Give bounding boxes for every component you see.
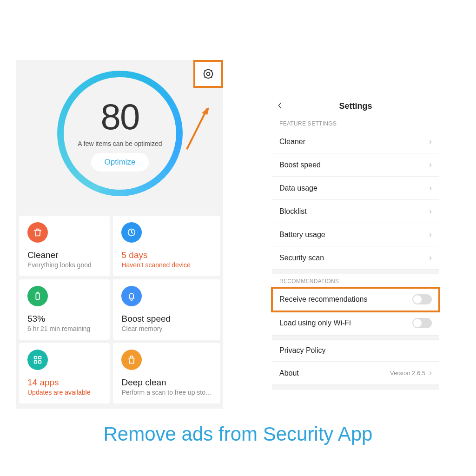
feature-cards-grid: CleanerEverything looks good5 daysHaven'… <box>16 216 223 403</box>
chevron-right-icon: › <box>429 160 432 170</box>
chevron-right-icon: › <box>429 368 432 378</box>
card-title: 53% <box>27 314 101 324</box>
scan-icon <box>121 222 142 243</box>
bell-icon <box>121 286 142 306</box>
card-subtitle: Updates are available <box>27 389 101 396</box>
chevron-right-icon: › <box>429 183 432 193</box>
chevron-right-icon: › <box>429 137 432 146</box>
svg-marker-3 <box>202 107 209 115</box>
gear-icon <box>202 68 214 80</box>
settings-title: Settings <box>277 101 435 111</box>
settings-row-label: Boost speed <box>279 161 321 169</box>
about-version: Version 2.6.5 <box>390 370 425 377</box>
feature-card[interactable]: 5 daysHaven't scanned device <box>113 216 220 276</box>
feature-card[interactable]: CleanerEverything looks good <box>19 216 110 276</box>
section-divider <box>272 385 439 390</box>
security-app-screen: 80 A few items can be optimized Optimize… <box>16 60 223 409</box>
section-divider <box>272 335 439 340</box>
settings-header: Settings <box>272 98 439 117</box>
grid-icon <box>27 350 48 370</box>
settings-row-label: Battery usage <box>279 231 325 239</box>
optimize-button[interactable]: Optimize <box>91 153 148 172</box>
card-subtitle: Clear memory <box>121 325 212 332</box>
card-subtitle: 6 hr 21 min remaining <box>27 325 101 332</box>
annotation-arrow-icon <box>181 102 214 153</box>
settings-row[interactable]: Blocklist› <box>272 200 439 223</box>
svg-rect-5 <box>36 293 39 300</box>
settings-screen: Settings FEATURE SETTINGS Cleaner›Boost … <box>272 98 439 390</box>
section-divider <box>272 270 439 274</box>
feature-card[interactable]: 14 appsUpdates are available <box>19 343 110 403</box>
svg-rect-8 <box>34 361 37 364</box>
settings-row[interactable]: Data usage› <box>272 177 439 200</box>
about-row[interactable]: About Version 2.6.5 › <box>272 362 439 385</box>
card-subtitle: Haven't scanned device <box>121 261 212 269</box>
settings-row[interactable]: Battery usage› <box>272 223 439 246</box>
section-label-feature: FEATURE SETTINGS <box>272 117 439 130</box>
settings-row-label: Receive recommendations <box>279 295 367 304</box>
svg-rect-7 <box>39 357 41 359</box>
privacy-policy-row[interactable]: Privacy Policy <box>272 340 439 362</box>
feature-card[interactable]: 53%6 hr 21 min remaining <box>19 279 110 340</box>
settings-row[interactable]: Cleaner› <box>272 130 439 153</box>
toggle-switch[interactable] <box>412 294 432 304</box>
settings-row-label: Security scan <box>279 254 324 262</box>
chevron-right-icon: › <box>429 206 432 216</box>
settings-toggle-row[interactable]: Load using only Wi-Fi <box>272 311 439 335</box>
about-label: About <box>279 369 299 377</box>
score-ring: 80 A few items can be optimized Optimize <box>57 71 183 196</box>
card-subtitle: Everything looks good <box>27 261 101 269</box>
svg-rect-9 <box>39 361 41 364</box>
svg-rect-6 <box>34 357 37 359</box>
chevron-right-icon: › <box>429 253 432 263</box>
score-panel: 80 A few items can be optimized Optimize <box>16 60 223 216</box>
svg-point-0 <box>207 73 210 76</box>
card-title: 5 days <box>121 250 212 260</box>
card-subtitle: Perform a scan to free up sto… <box>121 389 212 396</box>
svg-line-2 <box>187 108 207 149</box>
receive-recommendations-row[interactable]: Receive recommendations <box>272 288 439 311</box>
section-label-recommendations: RECOMMENDATIONS <box>272 274 439 288</box>
trash-icon <box>27 222 48 243</box>
card-title: Deep clean <box>121 377 212 388</box>
settings-row-label: Blocklist <box>279 207 307 216</box>
feature-card[interactable]: Boost speedClear memory <box>113 279 220 340</box>
tutorial-caption: Remove ads from Security App <box>0 423 476 445</box>
privacy-policy-label: Privacy Policy <box>279 346 326 355</box>
settings-row[interactable]: Boost speed› <box>272 153 439 177</box>
bag-icon <box>121 350 142 370</box>
card-title: Cleaner <box>27 250 101 260</box>
settings-row-label: Cleaner <box>279 138 305 146</box>
battery-icon <box>27 286 48 306</box>
settings-row-label: Load using only Wi-Fi <box>279 319 351 327</box>
settings-row-label: Data usage <box>279 184 317 192</box>
feature-card[interactable]: Deep cleanPerform a scan to free up sto… <box>113 343 220 403</box>
toggle-switch[interactable] <box>412 318 432 328</box>
settings-row[interactable]: Security scan› <box>272 246 439 270</box>
score-value: 80 <box>101 96 139 138</box>
settings-button[interactable] <box>193 60 223 88</box>
svg-point-1 <box>204 70 212 78</box>
chevron-right-icon: › <box>429 230 432 239</box>
card-title: Boost speed <box>121 314 212 324</box>
card-title: 14 apps <box>27 377 101 388</box>
score-caption: A few items can be optimized <box>78 140 162 147</box>
